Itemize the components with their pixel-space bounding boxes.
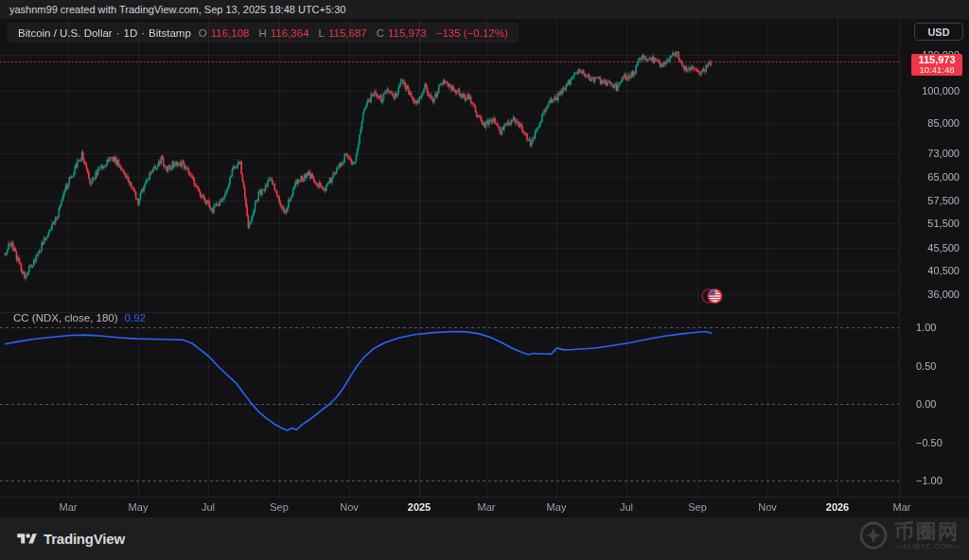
footer-bar: TradingView 币圈网 —ALIBTC.COM— bbox=[0, 517, 969, 560]
time-tick-label: Mar bbox=[478, 501, 496, 513]
price-tick-label: 45,500 bbox=[927, 242, 960, 254]
high-value: 116,364 bbox=[271, 27, 309, 39]
exchange-label: Bitstamp bbox=[149, 27, 191, 39]
tradingview-logo-icon bbox=[17, 532, 37, 547]
interval-label[interactable]: 1D bbox=[124, 27, 138, 39]
price-tick-label: 100,000 bbox=[922, 85, 960, 96]
price-tick-label: 57,500 bbox=[927, 195, 960, 206]
price-tick-label: 51,500 bbox=[927, 218, 960, 229]
watermark-site-name: 币圈网 bbox=[894, 521, 961, 541]
time-tick-label: Mar bbox=[893, 501, 911, 513]
time-tick-label: May bbox=[547, 501, 567, 513]
bar-countdown: 10:41:48 bbox=[920, 65, 955, 75]
change-value: −135 (−0.12%) bbox=[436, 27, 508, 39]
chart-region: Bitcoin / U.S. Dollar · 1D · Bitstamp O … bbox=[0, 19, 969, 517]
price-tick-label: 40,500 bbox=[927, 265, 960, 276]
high-label: H bbox=[259, 27, 267, 39]
time-tick-label: Mar bbox=[60, 501, 78, 513]
indicator-legend[interactable]: CC (NDX, close, 180) 0.92 bbox=[13, 312, 146, 324]
time-tick-label: May bbox=[129, 501, 149, 513]
indicator-tick-label: −0.50 bbox=[916, 437, 943, 448]
currency-toggle-button[interactable]: USD bbox=[914, 23, 963, 41]
price-tick-label: 36,000 bbox=[927, 289, 960, 300]
indicator-title[interactable]: CC (NDX, close, 180) bbox=[13, 312, 118, 324]
watermark-logo-icon bbox=[857, 519, 890, 551]
price-chart-canvas[interactable] bbox=[0, 19, 969, 517]
us-flag-event-icon[interactable] bbox=[699, 288, 724, 305]
last-price-badge: 115,973 10:41:48 bbox=[911, 54, 962, 76]
time-tick-label: Jul bbox=[202, 501, 215, 513]
tradingview-brand[interactable]: TradingView bbox=[17, 531, 125, 547]
close-label: C bbox=[377, 27, 384, 39]
open-value: 116,108 bbox=[211, 27, 250, 39]
tradingview-snapshot: yashnm99 created with TradingView.com, S… bbox=[0, 0, 969, 560]
open-label: O bbox=[199, 27, 207, 39]
indicator-tick-label: 1.00 bbox=[916, 322, 936, 333]
time-tick-label: Sep bbox=[270, 501, 289, 513]
price-tick-label: 85,000 bbox=[927, 117, 960, 129]
symbol-title[interactable]: Bitcoin / U.S. Dollar bbox=[18, 27, 113, 39]
symbol-legend[interactable]: Bitcoin / U.S. Dollar · 1D · Bitstamp O … bbox=[8, 23, 519, 43]
time-tick-label: 2026 bbox=[826, 501, 849, 513]
time-tick-label: Nov bbox=[758, 501, 777, 513]
indicator-value: 0.92 bbox=[125, 312, 146, 324]
indicator-tick-label: 0.50 bbox=[916, 360, 936, 372]
close-value: 115,973 bbox=[388, 27, 427, 39]
time-tick-label: Nov bbox=[340, 501, 359, 513]
time-tick-label: Sep bbox=[688, 501, 707, 513]
site-watermark: 币圈网 —ALIBTC.COM— bbox=[857, 519, 961, 551]
price-tick-label: 65,000 bbox=[927, 171, 960, 183]
time-axis[interactable]: MarMayJulSepNov2025MarMayJulSepNov2026Ma… bbox=[0, 497, 911, 517]
price-tick-label: 73,000 bbox=[927, 148, 960, 159]
low-value: 115,687 bbox=[328, 27, 367, 39]
time-tick-label: 2025 bbox=[408, 501, 431, 513]
tradingview-wordmark: TradingView bbox=[44, 531, 125, 547]
watermark-site-url: —ALIBTC.COM— bbox=[894, 542, 961, 551]
indicator-tick-label: 0.00 bbox=[916, 398, 936, 410]
legend-separator: · bbox=[116, 27, 120, 39]
low-label: L bbox=[319, 27, 325, 39]
indicator-tick-label: −1.00 bbox=[916, 475, 943, 486]
time-tick-label: Jul bbox=[620, 501, 633, 513]
attribution-text: yashnm99 created with TradingView.com, S… bbox=[9, 4, 345, 15]
legend-separator: · bbox=[141, 27, 145, 39]
attribution-bar: yashnm99 created with TradingView.com, S… bbox=[0, 0, 969, 19]
